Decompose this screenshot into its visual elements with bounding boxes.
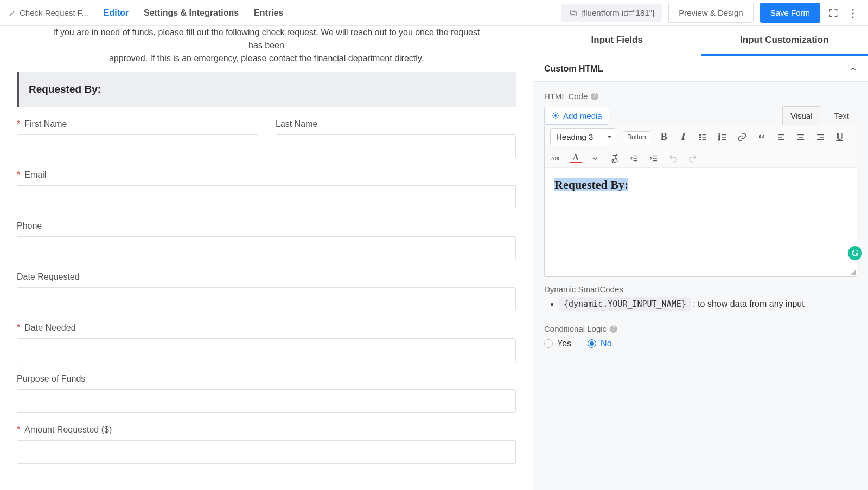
email-input[interactable]	[17, 185, 516, 209]
first-name-field[interactable]: *First Name	[17, 119, 257, 158]
sidebar-tabs: Input Fields Input Customization	[533, 26, 868, 56]
date-needed-label: *Date Needed	[17, 323, 516, 333]
purpose-field[interactable]: Purpose of Funds	[17, 374, 516, 413]
svg-rect-0	[572, 11, 576, 16]
insert-button[interactable]: Button	[623, 131, 650, 143]
date-needed-input[interactable]	[17, 338, 516, 362]
fullscreen-button[interactable]	[827, 7, 840, 20]
radio-circle	[544, 339, 553, 348]
outdent-icon[interactable]	[628, 152, 640, 164]
tab-input-customization[interactable]: Input Customization	[701, 26, 869, 56]
name-row: *First Name Last Name	[17, 119, 516, 158]
info-icon[interactable]	[610, 325, 617, 333]
link-icon[interactable]	[736, 131, 748, 143]
editor-mode-tabs: Visual Text	[782, 106, 857, 125]
date-requested-input[interactable]	[17, 287, 516, 311]
amount-input[interactable]	[17, 440, 516, 464]
section-title: Requested By:	[29, 83, 506, 95]
indent-icon[interactable]	[648, 152, 660, 164]
intro-text: If you are in need of funds, please fill…	[44, 26, 489, 65]
form-wrap: Requested By: *First Name Last Name *Ema…	[17, 72, 516, 464]
svg-rect-1	[571, 10, 575, 14]
toolbar-row-2: ABC A	[545, 149, 857, 168]
more-icon: ⋮	[847, 7, 858, 20]
italic-icon[interactable]: I	[678, 131, 690, 143]
align-left-icon[interactable]	[775, 131, 787, 143]
shortcode-badge[interactable]: [fluentform id="181"]	[561, 4, 662, 22]
editor-tab-visual[interactable]: Visual	[782, 106, 821, 125]
align-center-icon[interactable]	[795, 131, 807, 143]
phone-input[interactable]	[17, 236, 516, 260]
amount-label: *Amount Requested ($)	[17, 425, 516, 435]
first-name-label: *First Name	[17, 119, 257, 129]
first-name-input[interactable]	[17, 134, 257, 158]
save-form-button[interactable]: Save Form	[760, 3, 820, 23]
nav-tab-editor[interactable]: Editor	[104, 8, 129, 18]
underline-icon[interactable]: U	[834, 131, 846, 143]
nav-tabs: Editor Settings & Integrations Entries	[104, 8, 284, 18]
email-label: *Email	[17, 170, 516, 180]
shortcode-text: [fluentform id="181"]	[581, 8, 654, 17]
email-field[interactable]: *Email	[17, 170, 516, 209]
date-requested-label: Date Requested	[17, 272, 516, 282]
numbered-list-icon[interactable]: 123	[717, 131, 729, 143]
last-name-field[interactable]: Last Name	[276, 119, 516, 158]
nav-tab-settings[interactable]: Settings & Integrations	[144, 8, 239, 18]
smartcode-list: {dynamic.YOUR_INPUT_NAME} : to show data…	[544, 299, 857, 309]
required-star: *	[17, 170, 20, 179]
tab-input-fields[interactable]: Input Fields	[533, 26, 701, 56]
copy-icon	[569, 9, 578, 17]
svg-point-2	[554, 114, 557, 117]
phone-field[interactable]: Phone	[17, 221, 516, 260]
form-title-text: Check Request F...	[20, 8, 88, 17]
svg-point-7	[699, 139, 700, 140]
blockquote-icon[interactable]	[756, 131, 768, 143]
wysiwyg-editor: Heading 3 Button B I 123 U ABC A	[544, 125, 857, 277]
topbar-left: Check Request F... Editor Settings & Int…	[9, 8, 283, 18]
editor-content-area[interactable]: Requested By: G	[545, 168, 857, 276]
amount-field[interactable]: *Amount Requested ($)	[17, 425, 516, 464]
last-name-input[interactable]	[276, 134, 516, 158]
required-star: *	[17, 425, 20, 434]
bold-icon[interactable]: B	[658, 131, 670, 143]
bullet-list-icon[interactable]	[697, 131, 709, 143]
media-icon	[551, 111, 560, 120]
clear-format-icon[interactable]	[609, 152, 621, 164]
redo-icon[interactable]	[687, 152, 699, 164]
purpose-input[interactable]	[17, 389, 516, 413]
date-requested-field[interactable]: Date Requested	[17, 272, 516, 311]
strikethrough-icon[interactable]: ABC	[550, 152, 562, 164]
nav-tab-entries[interactable]: Entries	[254, 8, 283, 18]
align-right-icon[interactable]	[814, 131, 826, 143]
section-header[interactable]: Requested By:	[17, 72, 516, 107]
smartcodes-label: Dynamic SmartCodes	[544, 285, 857, 294]
html-code-label: HTML Code	[544, 92, 857, 101]
accordion-title: Custom HTML	[544, 64, 603, 74]
text-color-icon[interactable]: A	[570, 153, 582, 163]
conditional-logic-label: Conditional Logic	[544, 324, 857, 333]
required-star: *	[17, 323, 20, 332]
more-menu-button[interactable]: ⋮	[846, 7, 859, 20]
form-title[interactable]: Check Request F...	[9, 8, 88, 17]
topbar-right: [fluentform id="181"] Preview & Design S…	[561, 3, 859, 23]
accordion-custom-html[interactable]: Custom HTML	[533, 56, 868, 82]
date-needed-field[interactable]: *Date Needed	[17, 323, 516, 362]
radio-yes[interactable]: Yes	[544, 339, 571, 349]
form-canvas: If you are in need of funds, please fill…	[0, 26, 533, 490]
grammarly-badge[interactable]: G	[848, 246, 862, 260]
fullscreen-icon	[828, 8, 839, 18]
format-select[interactable]: Heading 3	[550, 128, 615, 145]
text-color-dropdown-icon[interactable]	[589, 152, 601, 164]
toolbar-row-1: Heading 3 Button B I 123 U	[545, 125, 857, 149]
add-media-button[interactable]: Add media	[544, 107, 609, 125]
radio-no[interactable]: No	[588, 339, 611, 349]
radio-circle-selected	[588, 339, 596, 348]
preview-button[interactable]: Preview & Design	[668, 3, 753, 23]
phone-label: Phone	[17, 221, 516, 231]
editor-tab-text[interactable]: Text	[826, 106, 857, 125]
editor-text: Requested By:	[554, 178, 628, 191]
resize-handle[interactable]	[850, 270, 856, 275]
info-icon[interactable]	[591, 93, 598, 100]
main-layout: If you are in need of funds, please fill…	[0, 26, 868, 490]
undo-icon[interactable]	[667, 152, 679, 164]
